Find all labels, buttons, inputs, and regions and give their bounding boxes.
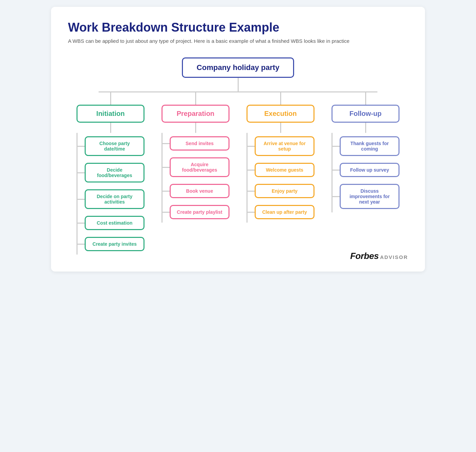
child-h-line — [247, 212, 255, 213]
forbes-advisor: ADVISOR — [380, 254, 408, 260]
children-list-execution: Arrive at venue for setupWelcome guestsE… — [247, 133, 314, 223]
child-h-line — [76, 223, 85, 224]
child-h-line — [162, 191, 170, 192]
top-connector-execution — [280, 92, 281, 105]
child-h-line — [247, 146, 255, 147]
child-node: Enjoy party — [255, 184, 314, 198]
child-node: Discuss improvements for next year — [340, 184, 400, 209]
children-list-preparation: Send invitesAcquire food/beveragesBook v… — [162, 133, 230, 223]
child-h-line — [162, 167, 170, 168]
forbes-logo: Forbes ADVISOR — [350, 251, 408, 261]
child-node: Decide food/beverages — [85, 163, 144, 182]
top-connector-preparation — [195, 92, 196, 105]
child-item: Book venue — [162, 180, 230, 202]
top-connector-followup — [365, 92, 366, 105]
child-item: Follow up survey — [332, 159, 400, 180]
column-initiation: InitiationChoose party date/timeDecide f… — [68, 92, 153, 255]
child-item: Choose party date/time — [76, 133, 144, 159]
child-h-line — [162, 212, 170, 213]
child-h-line — [332, 146, 340, 147]
cat-node-followup: Follow-up — [332, 105, 400, 123]
child-item: Decide on party activities — [76, 186, 144, 212]
child-node: Decide on party activities — [85, 189, 144, 209]
child-node: Create party playlist — [170, 205, 230, 219]
child-item: Discuss improvements for next year — [332, 180, 400, 212]
child-h-line — [247, 170, 255, 171]
main-card: Work Breakdown Structure Example A WBS c… — [51, 7, 425, 272]
wbs-tree: Company holiday party InitiationChoose p… — [68, 57, 408, 255]
cat-connector-initiation — [110, 123, 111, 133]
child-node: Choose party date/time — [85, 136, 144, 156]
child-item: Acquire food/beverages — [162, 154, 230, 180]
child-h-line — [332, 196, 340, 197]
child-item: Clean up after party — [247, 202, 314, 223]
page-title: Work Breakdown Structure Example — [68, 20, 408, 35]
child-node: Book venue — [170, 184, 230, 198]
children-list-initiation: Choose party date/timeDecide food/bevera… — [76, 133, 144, 255]
child-item: Arrive at venue for setup — [247, 133, 314, 159]
child-h-line — [76, 172, 85, 173]
child-item: Thank guests for coming — [332, 133, 400, 159]
column-preparation: PreparationSend invitesAcquire food/beve… — [153, 92, 238, 255]
child-node: Clean up after party — [255, 205, 314, 219]
child-item: Create party playlist — [162, 202, 230, 223]
root-node: Company holiday party — [182, 57, 294, 78]
child-node: Follow up survey — [340, 163, 400, 177]
child-node: Send invites — [170, 136, 230, 151]
child-item: Decide food/beverages — [76, 159, 144, 186]
column-execution: ExecutionArrive at venue for setupWelcom… — [238, 92, 323, 255]
child-h-line — [332, 170, 340, 171]
child-node: Create party invites — [85, 237, 144, 251]
child-item: Welcome guests — [247, 159, 314, 180]
column-followup: Follow-upThank guests for comingFollow u… — [323, 92, 408, 255]
child-node: Thank guests for coming — [340, 136, 400, 156]
child-node: Acquire food/beverages — [170, 157, 230, 177]
cat-node-preparation: Preparation — [162, 105, 230, 123]
child-node: Welcome guests — [255, 163, 314, 177]
child-node: Arrive at venue for setup — [255, 136, 314, 156]
page-subtitle: A WBS can be applied to just about any t… — [68, 38, 408, 44]
child-item: Enjoy party — [247, 180, 314, 202]
cat-connector-execution — [280, 123, 281, 133]
child-h-line — [76, 146, 85, 147]
child-item: Cost estimation — [76, 212, 144, 233]
cat-node-execution: Execution — [247, 105, 314, 123]
child-h-line — [162, 143, 170, 144]
cat-connector-followup — [365, 123, 366, 133]
child-h-line — [76, 244, 85, 245]
child-node: Cost estimation — [85, 216, 144, 230]
top-connector-initiation — [110, 92, 111, 105]
child-item: Send invites — [162, 133, 230, 154]
child-h-line — [247, 191, 255, 192]
child-h-line — [76, 199, 85, 200]
cat-node-initiation: Initiation — [76, 105, 144, 123]
root-connector — [238, 78, 239, 91]
cat-connector-preparation — [195, 123, 196, 133]
forbes-brand: Forbes — [350, 251, 379, 261]
children-list-followup: Thank guests for comingFollow up surveyD… — [332, 133, 400, 212]
columns-container: InitiationChoose party date/timeDecide f… — [68, 92, 408, 255]
child-item: Create party invites — [76, 233, 144, 255]
